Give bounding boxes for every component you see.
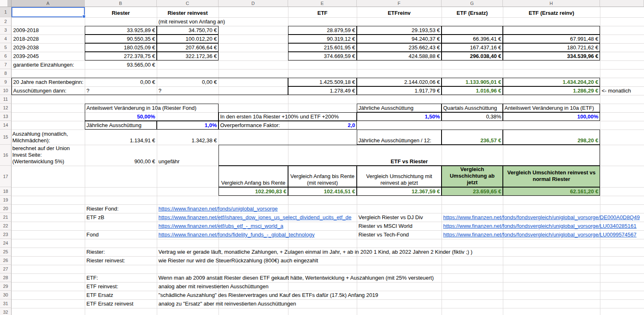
- cell-C4[interactable]: 100.012,20 €: [157, 35, 219, 43]
- cell-B26[interactable]: Riester reinvest:: [85, 256, 127, 265]
- cell-G9[interactable]: 1.133.905,01 €: [442, 78, 503, 86]
- cell-H6[interactable]: 334.539,96 €: [503, 52, 600, 60]
- cell-B28[interactable]: ETF:: [85, 273, 100, 282]
- cell-E14[interactable]: 2,0: [288, 121, 357, 130]
- row-header-20[interactable]: 20: [0, 204, 12, 213]
- cell-C21[interactable]: https://www.finanzen.net/etf/ishares_dow…: [157, 213, 353, 222]
- row-header-21[interactable]: 21: [0, 213, 12, 222]
- row-header-2[interactable]: 2: [0, 17, 12, 26]
- row-header-12[interactable]: 12: [0, 104, 12, 112]
- cell-B9[interactable]: 0,00 €: [85, 78, 157, 86]
- cell-G4[interactable]: 66.396,41 €: [442, 35, 503, 43]
- cell-F15[interactable]: Jährliche Ausschüttungen / 12:: [357, 130, 433, 145]
- row-header-31[interactable]: 31: [0, 299, 12, 308]
- cell-B25[interactable]: Riester:: [85, 248, 107, 256]
- cell-F1[interactable]: ETFreinv: [357, 7, 442, 17]
- cell-H15[interactable]: 298,20 €: [503, 130, 600, 145]
- cell-A16[interactable]: berechnet auf der Union Invest Seite: (W…: [12, 145, 85, 166]
- cell-C20[interactable]: https://www.finanzen.net/fonds/uniglobal…: [157, 204, 279, 213]
- cell-D13[interactable]: In den ersten 10a Riester +100% und ETF …: [219, 112, 340, 121]
- cell-C28[interactable]: Wenn man ab 2009 anstatt Riester diesen …: [157, 273, 435, 282]
- row-header-4[interactable]: 4: [0, 35, 12, 43]
- cell-F9[interactable]: 2.144.020,06 €: [357, 78, 442, 86]
- cell-B7[interactable]: 93.565,00 €: [85, 60, 157, 69]
- cell-A7[interactable]: garantierte Einzahlungen:: [12, 60, 76, 69]
- cell-E3[interactable]: 28.879,59 €: [288, 26, 357, 35]
- row-header-11[interactable]: 11: [0, 95, 12, 104]
- cell-F3[interactable]: 29.193,53 €: [357, 26, 442, 35]
- cell-A4[interactable]: 2018-2028: [12, 35, 40, 43]
- column-header-C[interactable]: C: [157, 0, 219, 7]
- row-header-19[interactable]: 19: [0, 196, 12, 204]
- row-header-22[interactable]: 22: [0, 222, 12, 230]
- cell-H18[interactable]: 62.161,20 €: [503, 187, 600, 196]
- row-header-18[interactable]: 18: [0, 187, 12, 196]
- column-header-A[interactable]: A: [12, 0, 85, 7]
- cell-C25[interactable]: Vertrag wie er gerade läuft, monatliche …: [157, 248, 474, 256]
- cell-C23[interactable]: https://www.finanzen.net/fonds/fidelity_…: [157, 230, 316, 239]
- row-header-17[interactable]: 17: [0, 166, 12, 187]
- column-header-F[interactable]: F: [357, 0, 442, 7]
- cell-G12[interactable]: Quartals Ausschüttung: [442, 104, 499, 112]
- fill-handle[interactable]: [82, 15, 86, 18]
- cell-A9[interactable]: 20 Jahre nach Rentenbeginn:: [12, 78, 85, 86]
- row-header-7[interactable]: 7: [0, 60, 12, 69]
- cell-B3[interactable]: 33.925,89 €: [85, 26, 157, 35]
- cell-H17[interactable]: Vergleich Umschichten reinvest vs normal…: [503, 166, 600, 187]
- row-header-26[interactable]: 26: [0, 256, 12, 265]
- cell-H13[interactable]: 100,00%: [503, 112, 600, 121]
- cell-B1[interactable]: Riester: [85, 7, 157, 17]
- cell-C5[interactable]: 207.606,64 €: [157, 43, 219, 52]
- cell-B20[interactable]: Riester Fond:: [85, 204, 120, 213]
- cell-G6[interactable]: 296.038,40 €: [442, 52, 503, 60]
- row-header-23[interactable]: 23: [0, 230, 12, 239]
- cell-B29[interactable]: ETF reinvest:: [85, 282, 120, 291]
- cell-B23[interactable]: Fond: [85, 230, 100, 239]
- cell-H12[interactable]: Anteilswert Veränderung in 10a (ETF): [503, 104, 596, 112]
- cell-H4[interactable]: 67.991,48 €: [503, 35, 600, 43]
- column-header-D[interactable]: D: [219, 0, 288, 7]
- cell-A10[interactable]: Ausschüttungen dann:: [12, 86, 68, 95]
- cell-H5[interactable]: 180.721,62 €: [503, 43, 600, 52]
- cell-E5[interactable]: 215.601,95 €: [288, 43, 357, 52]
- row-header-27[interactable]: 27: [0, 265, 12, 273]
- row-header-25[interactable]: 25: [0, 248, 12, 256]
- cell-C16[interactable]: ungefähr: [157, 145, 181, 166]
- row-header-24[interactable]: 24: [0, 239, 12, 248]
- column-header-H[interactable]: H: [503, 0, 600, 7]
- cell-B6[interactable]: 272.378,75 €: [85, 52, 157, 60]
- select-all-corner[interactable]: [0, 0, 12, 7]
- cell-G13[interactable]: 0,38%: [442, 112, 503, 121]
- cell-C2[interactable]: (mit reinvest von Anfang an): [157, 17, 227, 26]
- cell-F5[interactable]: 235.662,43 €: [357, 43, 442, 52]
- cell-B5[interactable]: 180.025,09 €: [85, 43, 157, 52]
- cell-B21[interactable]: ETF zB: [85, 213, 106, 222]
- cell-A6[interactable]: 2039-2045: [12, 52, 40, 60]
- cell-C15[interactable]: 1.342,38 €: [157, 130, 219, 145]
- cell-H9[interactable]: 1.434.204,20 €: [503, 78, 600, 86]
- cell-D14[interactable]: Overperformance Faktor:: [219, 121, 281, 130]
- cell-B12[interactable]: Anteilswert Veränderung in 10a (Riester …: [85, 104, 198, 112]
- cell-C10[interactable]: ?: [157, 86, 163, 95]
- cell-F13[interactable]: 1,50%: [357, 112, 442, 121]
- row-header-6[interactable]: 6: [0, 52, 12, 60]
- row-header-1[interactable]: 1: [0, 7, 12, 17]
- cell-F17[interactable]: Vergleich Umschichtung mit reinvest ab j…: [357, 166, 442, 187]
- cell-F6[interactable]: 424.588,88 €: [357, 52, 442, 60]
- cell-G5[interactable]: 167.437,16 €: [442, 43, 503, 52]
- row-header-14[interactable]: 14: [0, 121, 12, 130]
- row-header-9[interactable]: 9: [0, 78, 12, 86]
- cell-E18[interactable]: 102.416,51 €: [288, 187, 357, 196]
- cell-B15[interactable]: 1.134,91 €: [85, 130, 157, 145]
- cell-B30[interactable]: ETF Ersatz: [85, 291, 115, 299]
- cell-G15[interactable]: 236,57 €: [442, 130, 503, 145]
- column-header-G[interactable]: G: [442, 0, 503, 7]
- row-header-15[interactable]: 15: [0, 130, 12, 145]
- cell-G22[interactable]: https://www.finanzen.net/fonds/fondsverg…: [442, 222, 638, 230]
- cell-B14[interactable]: Jährliche Ausschüttung: [85, 121, 143, 130]
- cell-F12[interactable]: Jährliche Ausschüttung: [357, 104, 415, 112]
- row-header-29[interactable]: 29: [0, 282, 12, 291]
- row-header-30[interactable]: 30: [0, 291, 12, 299]
- cell-A5[interactable]: 2029-2038: [12, 43, 40, 52]
- cell-B13[interactable]: 50,00%: [85, 112, 157, 121]
